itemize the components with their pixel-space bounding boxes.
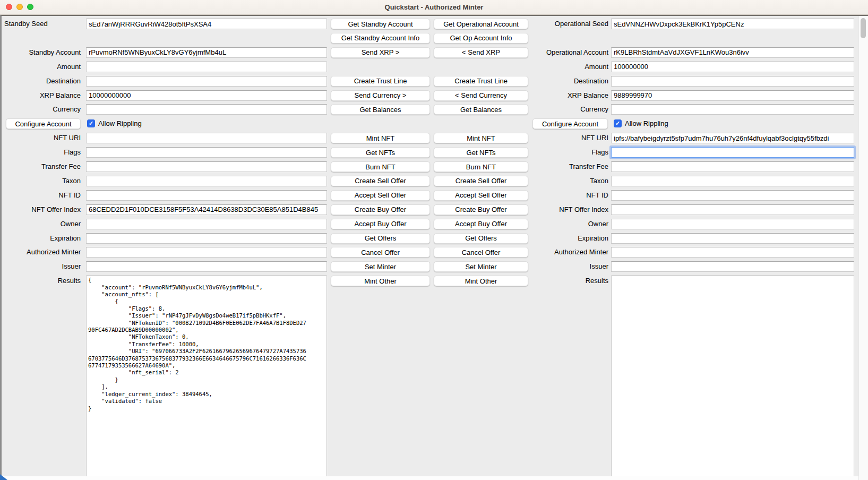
get-op-account-info-button[interactable]: Get Op Account Info (434, 33, 528, 44)
standby-nft-uri-input[interactable] (86, 133, 327, 143)
mint-nft-standby-button[interactable]: Mint NFT (331, 133, 430, 143)
standby-flags-input[interactable] (86, 147, 327, 158)
standby-configure-account-button[interactable]: Configure Account (6, 118, 81, 129)
minimize-button[interactable] (16, 4, 23, 10)
burn-nft-operational-button[interactable]: Burn NFT (434, 161, 528, 172)
operational-currency-input[interactable] (611, 104, 854, 115)
operational-xrp-balance-label: XRP Balance (531, 90, 608, 101)
operational-flags-input[interactable] (611, 147, 854, 158)
set-minter-standby-button[interactable]: Set Minter (331, 261, 430, 272)
operational-results-textarea[interactable] (611, 276, 854, 477)
create-buy-offer-standby-button[interactable]: Create Buy Offer (331, 204, 430, 215)
set-minter-operational-button[interactable]: Set Minter (434, 261, 528, 272)
create-sell-offer-standby-button[interactable]: Create Sell Offer (331, 176, 430, 186)
operational-nft-id-label: NFT ID (531, 190, 608, 201)
get-offers-operational-button[interactable]: Get Offers (434, 233, 528, 244)
standby-amount-input[interactable] (86, 62, 327, 72)
standby-results-textarea[interactable]: { "account": "rPuvmoRNf5WNByuxCkLY8vGY6y… (86, 276, 327, 477)
operational-amount-input[interactable] (611, 62, 854, 72)
standby-destination-input[interactable] (86, 76, 327, 87)
operational-destination-label: Destination (531, 76, 608, 87)
send-currency-to-operational-button[interactable]: Send Currency > (331, 90, 430, 101)
create-trust-line-operational-button[interactable]: Create Trust Line (434, 76, 528, 87)
standby-account-input[interactable] (86, 47, 327, 58)
operational-configure-account-button[interactable]: Configure Account (532, 118, 608, 129)
operational-nft-id-input[interactable] (611, 190, 854, 201)
accept-sell-offer-standby-button[interactable]: Accept Sell Offer (331, 190, 430, 201)
operational-destination-input[interactable] (611, 76, 854, 87)
burn-nft-standby-button[interactable]: Burn NFT (331, 161, 430, 172)
mint-other-operational-button[interactable]: Mint Other (434, 276, 528, 286)
operational-seed-input[interactable] (611, 19, 854, 29)
get-standby-account-info-button[interactable]: Get Standby Account Info (331, 33, 430, 44)
cancel-offer-operational-button[interactable]: Cancel Offer (434, 247, 528, 258)
create-buy-offer-operational-button[interactable]: Create Buy Offer (434, 204, 528, 215)
accept-buy-offer-standby-button[interactable]: Accept Buy Offer (331, 219, 430, 229)
standby-account-label: Standby Account (4, 47, 81, 58)
standby-owner-input[interactable] (86, 219, 327, 229)
standby-nft-id-input[interactable] (86, 190, 327, 201)
operational-authorized-minter-input[interactable] (611, 247, 854, 258)
operational-xrp-balance-input[interactable] (611, 90, 854, 101)
standby-nft-id-label: NFT ID (4, 190, 81, 201)
standby-seed-input[interactable] (86, 19, 327, 29)
operational-transfer-fee-input[interactable] (611, 161, 854, 172)
accept-buy-offer-operational-button[interactable]: Accept Buy Offer (434, 219, 528, 229)
operational-taxon-label: Taxon (531, 176, 608, 186)
standby-currency-input[interactable] (86, 104, 327, 115)
standby-taxon-input[interactable] (86, 176, 327, 186)
send-currency-to-standby-button[interactable]: < Send Currency (434, 90, 528, 101)
vertical-scrollbar-thumb[interactable] (861, 18, 866, 38)
standby-xrp-balance-label: XRP Balance (4, 90, 81, 101)
get-balances-operational-button[interactable]: Get Balances (434, 104, 528, 115)
mint-other-standby-button[interactable]: Mint Other (331, 276, 430, 286)
get-nfts-operational-button[interactable]: Get NFTs (434, 147, 528, 158)
standby-xrp-balance-input[interactable] (86, 90, 327, 101)
standby-allow-rippling-checkbox[interactable]: ✓ (87, 119, 95, 127)
standby-transfer-fee-input[interactable] (86, 161, 327, 172)
get-operational-account-button[interactable]: Get Operational Account (434, 19, 528, 29)
get-offers-standby-button[interactable]: Get Offers (331, 233, 430, 244)
standby-amount-label: Amount (4, 62, 81, 72)
get-standby-account-button[interactable]: Get Standby Account (331, 19, 430, 29)
vertical-scrollbar-track[interactable] (858, 16, 868, 480)
operational-currency-label: Currency (531, 104, 608, 115)
standby-expiration-input[interactable] (86, 233, 327, 244)
operational-owner-label: Owner (531, 219, 608, 229)
operational-transfer-fee-label: Transfer Fee (531, 161, 608, 172)
close-button[interactable] (6, 4, 12, 10)
operational-seed-label: Operational Seed (531, 19, 608, 29)
cancel-offer-standby-button[interactable]: Cancel Offer (331, 247, 430, 258)
standby-taxon-label: Taxon (4, 176, 81, 186)
operational-nft-offer-index-input[interactable] (611, 204, 854, 215)
standby-nft-offer-index-label: NFT Offer Index (4, 204, 81, 215)
send-xrp-to-operational-button[interactable]: Send XRP > (331, 47, 430, 58)
operational-expiration-input[interactable] (611, 233, 854, 244)
standby-destination-label: Destination (4, 76, 81, 87)
send-xrp-to-standby-button[interactable]: < Send XRP (434, 47, 528, 58)
operational-nft-offer-index-label: NFT Offer Index (531, 204, 608, 215)
standby-issuer-input[interactable] (86, 261, 327, 272)
operational-nft-uri-input[interactable] (611, 133, 854, 143)
standby-seed-label: Standby Seed (4, 19, 81, 29)
operational-taxon-input[interactable] (611, 176, 854, 186)
get-balances-standby-button[interactable]: Get Balances (331, 104, 430, 115)
create-trust-line-standby-button[interactable]: Create Trust Line (331, 76, 430, 87)
operational-account-input[interactable] (611, 47, 854, 58)
create-sell-offer-operational-button[interactable]: Create Sell Offer (434, 176, 528, 186)
zoom-button[interactable] (27, 4, 33, 10)
operational-allow-rippling-checkbox[interactable]: ✓ (614, 119, 622, 127)
standby-nft-offer-index-input[interactable] (86, 204, 327, 215)
get-nfts-standby-button[interactable]: Get NFTs (331, 147, 430, 158)
horizontal-scrollbar-track[interactable] (2, 476, 868, 480)
operational-issuer-input[interactable] (611, 261, 854, 272)
standby-authorized-minter-input[interactable] (86, 247, 327, 258)
operational-owner-input[interactable] (611, 219, 854, 229)
standby-owner-label: Owner (4, 219, 81, 229)
mint-nft-operational-button[interactable]: Mint NFT (434, 133, 528, 143)
accept-sell-offer-operational-button[interactable]: Accept Sell Offer (434, 190, 528, 201)
standby-currency-label: Currency (4, 104, 81, 115)
standby-authorized-minter-label: Authorized Minter (4, 247, 81, 258)
operational-issuer-label: Issuer (531, 261, 608, 272)
standby-expiration-label: Expiration (4, 233, 81, 244)
